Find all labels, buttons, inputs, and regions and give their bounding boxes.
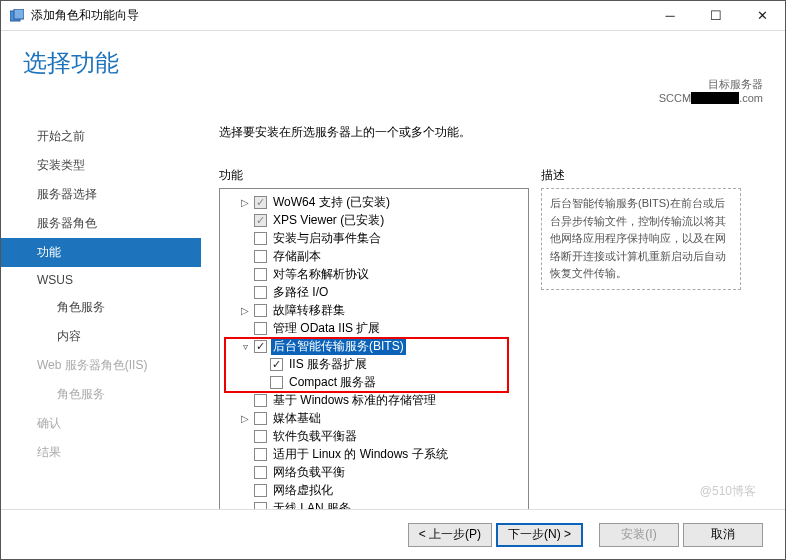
checkbox[interactable] — [254, 502, 267, 510]
feature-item-5[interactable]: ▷多路径 I/O — [222, 283, 526, 301]
expander-icon[interactable]: ▷ — [238, 197, 252, 208]
feature-item-1[interactable]: ▷XPS Viewer (已安装) — [222, 211, 526, 229]
feature-item-14[interactable]: ▷适用于 Linux 的 Windows 子系统 — [222, 445, 526, 463]
wizard-header: 选择功能 目标服务器 SCCM.com — [1, 31, 785, 110]
checkbox[interactable] — [254, 286, 267, 299]
feature-label[interactable]: 存储副本 — [271, 248, 323, 265]
checkbox[interactable] — [254, 268, 267, 281]
feature-item-17[interactable]: ▷无线 LAN 服务 — [222, 499, 526, 509]
feature-label[interactable]: 管理 OData IIS 扩展 — [271, 320, 382, 337]
app-icon — [9, 8, 25, 24]
feature-item-16[interactable]: ▷网络虚拟化 — [222, 481, 526, 499]
install-button: 安装(I) — [599, 523, 679, 547]
previous-button[interactable]: < 上一步(P) — [408, 523, 492, 547]
description-label: 描述 — [541, 167, 741, 184]
feature-label[interactable]: 安装与启动事件集合 — [271, 230, 383, 247]
checkbox[interactable] — [254, 340, 267, 353]
two-columns: 功能 ▷WoW64 支持 (已安装)▷XPS Viewer (已安装)▷安装与启… — [201, 167, 763, 509]
feature-item-10[interactable]: ▷Compact 服务器 — [222, 373, 526, 391]
feature-label[interactable]: 基于 Windows 标准的存储管理 — [271, 392, 438, 409]
feature-label[interactable]: 媒体基础 — [271, 410, 323, 427]
feature-label[interactable]: 多路径 I/O — [271, 284, 330, 301]
checkbox[interactable] — [270, 358, 283, 371]
feature-label[interactable]: 后台智能传输服务(BITS) — [271, 338, 406, 355]
description-text: 后台智能传输服务(BITS)在前台或后台异步传输文件，控制传输流以将其他网络应用… — [541, 188, 741, 290]
checkbox[interactable] — [270, 376, 283, 389]
feature-label[interactable]: 软件负载平衡器 — [271, 428, 359, 445]
cancel-button[interactable]: 取消 — [683, 523, 763, 547]
checkbox[interactable] — [254, 232, 267, 245]
feature-label[interactable]: 网络负载平衡 — [271, 464, 347, 481]
checkbox[interactable] — [254, 322, 267, 335]
feature-label[interactable]: WoW64 支持 (已安装) — [271, 194, 392, 211]
feature-label[interactable]: 故障转移群集 — [271, 302, 347, 319]
feature-label[interactable]: Compact 服务器 — [287, 374, 378, 391]
sidebar-item-0[interactable]: 开始之前 — [1, 122, 201, 151]
sidebar-item-4[interactable]: 功能 — [1, 238, 201, 267]
target-server-info: 目标服务器 SCCM.com — [659, 77, 763, 104]
features-tree[interactable]: ▷WoW64 支持 (已安装)▷XPS Viewer (已安装)▷安装与启动事件… — [219, 188, 529, 509]
features-label: 功能 — [219, 167, 529, 184]
main-panel: 选择要安装在所选服务器上的一个或多个功能。 功能 ▷WoW64 支持 (已安装)… — [201, 110, 763, 509]
feature-item-6[interactable]: ▷故障转移群集 — [222, 301, 526, 319]
feature-label[interactable]: XPS Viewer (已安装) — [271, 212, 386, 229]
target-server-name: SCCM.com — [659, 92, 763, 104]
feature-item-3[interactable]: ▷存储副本 — [222, 247, 526, 265]
expander-icon[interactable]: ▷ — [238, 413, 252, 424]
feature-label[interactable]: 对等名称解析协议 — [271, 266, 371, 283]
sidebar-item-11: 结果 — [1, 438, 201, 467]
checkbox[interactable] — [254, 484, 267, 497]
redacted-text — [691, 92, 739, 104]
feature-label[interactable]: IIS 服务器扩展 — [287, 356, 369, 373]
sidebar-item-10: 确认 — [1, 409, 201, 438]
feature-item-8[interactable]: ▿后台智能传输服务(BITS) — [222, 337, 526, 355]
window-title: 添加角色和功能向导 — [31, 7, 647, 24]
expander-icon[interactable]: ▷ — [238, 305, 252, 316]
checkbox[interactable] — [254, 448, 267, 461]
wizard-window: 添加角色和功能向导 ─ ☐ ✕ 选择功能 目标服务器 SCCM.com 开始之前… — [0, 0, 786, 560]
feature-item-2[interactable]: ▷安装与启动事件集合 — [222, 229, 526, 247]
checkbox[interactable] — [254, 250, 267, 263]
svg-rect-1 — [14, 9, 24, 19]
window-controls: ─ ☐ ✕ — [647, 1, 785, 31]
wizard-footer: < 上一步(P) 下一步(N) > 安装(I) 取消 — [1, 509, 785, 559]
sidebar-item-6[interactable]: 角色服务 — [1, 293, 201, 322]
description-column: 描述 后台智能传输服务(BITS)在前台或后台异步传输文件，控制传输流以将其他网… — [541, 167, 741, 509]
feature-item-4[interactable]: ▷对等名称解析协议 — [222, 265, 526, 283]
checkbox[interactable] — [254, 394, 267, 407]
feature-item-0[interactable]: ▷WoW64 支持 (已安装) — [222, 193, 526, 211]
checkbox — [254, 214, 267, 227]
wizard-body: 开始之前安装类型服务器选择服务器角色功能WSUS角色服务内容Web 服务器角色(… — [1, 110, 785, 509]
sidebar-item-1[interactable]: 安装类型 — [1, 151, 201, 180]
feature-item-13[interactable]: ▷软件负载平衡器 — [222, 427, 526, 445]
feature-label[interactable]: 无线 LAN 服务 — [271, 500, 353, 510]
checkbox[interactable] — [254, 412, 267, 425]
target-server-label: 目标服务器 — [659, 77, 763, 92]
feature-item-12[interactable]: ▷媒体基础 — [222, 409, 526, 427]
sidebar-item-3[interactable]: 服务器角色 — [1, 209, 201, 238]
minimize-button[interactable]: ─ — [647, 1, 693, 31]
sidebar-item-8: Web 服务器角色(IIS) — [1, 351, 201, 380]
feature-item-11[interactable]: ▷基于 Windows 标准的存储管理 — [222, 391, 526, 409]
sidebar-item-5[interactable]: WSUS — [1, 267, 201, 293]
page-title: 选择功能 — [23, 47, 119, 79]
checkbox — [254, 196, 267, 209]
sidebar-item-9: 角色服务 — [1, 380, 201, 409]
next-button[interactable]: 下一步(N) > — [496, 523, 583, 547]
checkbox[interactable] — [254, 466, 267, 479]
feature-item-9[interactable]: ▷IIS 服务器扩展 — [222, 355, 526, 373]
instruction-text: 选择要安装在所选服务器上的一个或多个功能。 — [219, 124, 763, 141]
feature-item-7[interactable]: ▷管理 OData IIS 扩展 — [222, 319, 526, 337]
maximize-button[interactable]: ☐ — [693, 1, 739, 31]
sidebar: 开始之前安装类型服务器选择服务器角色功能WSUS角色服务内容Web 服务器角色(… — [1, 110, 201, 509]
checkbox[interactable] — [254, 430, 267, 443]
sidebar-item-7[interactable]: 内容 — [1, 322, 201, 351]
checkbox[interactable] — [254, 304, 267, 317]
features-column: 功能 ▷WoW64 支持 (已安装)▷XPS Viewer (已安装)▷安装与启… — [219, 167, 529, 509]
feature-label[interactable]: 网络虚拟化 — [271, 482, 335, 499]
feature-item-15[interactable]: ▷网络负载平衡 — [222, 463, 526, 481]
close-button[interactable]: ✕ — [739, 1, 785, 31]
expander-icon[interactable]: ▿ — [238, 341, 252, 352]
sidebar-item-2[interactable]: 服务器选择 — [1, 180, 201, 209]
feature-label[interactable]: 适用于 Linux 的 Windows 子系统 — [271, 446, 450, 463]
